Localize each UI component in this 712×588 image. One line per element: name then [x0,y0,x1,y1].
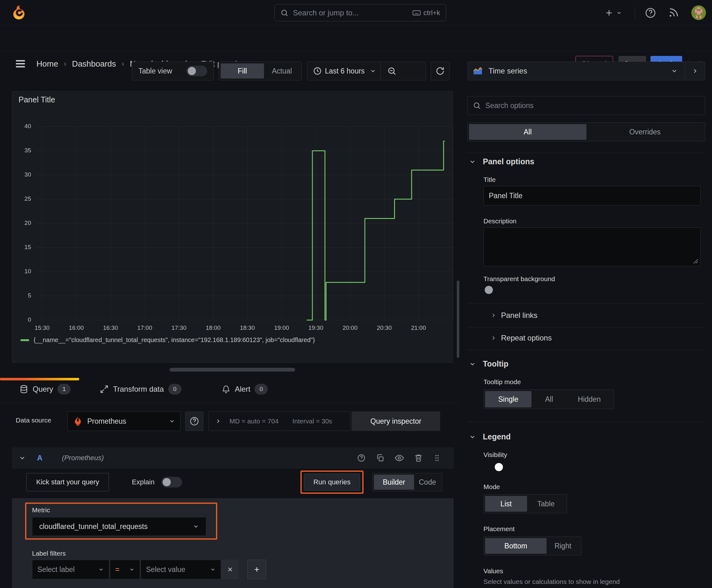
transparent-background-label: Transparent background [483,275,555,283]
top-bar: ctrl+k [0,0,712,25]
legend-values-hint: Select values or calculations to show in… [483,578,620,586]
menu-toggle-button[interactable] [14,58,27,70]
chart-legend: {__name__="cloudflared_tunnel_total_requ… [20,336,315,344]
legend-mode-table[interactable]: Table [527,496,565,512]
news-rss-button[interactable] [668,7,681,19]
new-menu-button[interactable] [604,7,628,19]
datasource-help-button[interactable] [185,412,203,431]
legend-mode-list[interactable]: List [485,496,527,512]
legend-values-label: Values [483,567,503,575]
repeat-options-section[interactable]: Repeat options [490,334,552,342]
help-button[interactable] [645,7,657,19]
divider [468,350,705,350]
transform-icon [100,385,109,394]
builder-option[interactable]: Builder [374,475,414,490]
resize-grip-icon[interactable] [693,258,698,264]
tab-alert-count: 0 [255,384,268,395]
y-tick-label: 10 [13,268,31,275]
plus-icon [604,8,614,18]
y-tick-label: 20 [13,219,31,227]
panel-links-section[interactable]: Panel links [490,311,537,320]
shortcut-label: ctrl+k [424,9,440,17]
title-field-label: Title [483,176,496,184]
legend-series-label[interactable]: {__name__="cloudflared_tunnel_total_requ… [34,336,315,344]
explain-toggle[interactable] [161,477,182,487]
search-input[interactable] [293,8,412,17]
select-label-placeholder: Select label [37,565,75,574]
code-option[interactable]: Code [414,475,441,490]
actual-option[interactable]: Actual [264,63,300,79]
tooltip-section-header[interactable]: Tooltip [469,359,508,369]
panel-description-textarea[interactable] [483,227,701,266]
panel-options-heading: Panel options [483,157,534,166]
zoom-out-button[interactable] [381,62,403,80]
user-avatar[interactable] [691,5,706,20]
panel-resize-handle[interactable] [170,368,295,372]
tooltip-hidden-option[interactable]: Hidden [567,391,612,407]
chevron-down-icon[interactable] [19,455,26,461]
refresh-button[interactable] [431,62,450,80]
eye-icon[interactable] [395,453,404,463]
datasource-select[interactable]: Prometheus [67,412,180,431]
x-tick-label: 17:30 [166,324,192,331]
select-label-dropdown[interactable]: Select label [32,560,109,579]
run-queries-button[interactable]: Run queries [304,474,360,491]
panel-title-input[interactable] [483,186,701,205]
drag-handle-icon[interactable] [433,454,441,462]
grafana-logo-icon[interactable] [11,5,27,20]
global-search-box[interactable]: ctrl+k [274,4,446,21]
query-options-row[interactable]: MD = auto = 704 Interval = 30s [209,412,351,431]
query-inspector-button[interactable]: Query inspector [352,412,440,431]
clock-icon [313,67,322,76]
select-value-dropdown[interactable]: Select value [141,560,221,579]
tooltip-single-option[interactable]: Single [485,391,532,407]
trash-icon[interactable] [414,454,423,462]
tab-all[interactable]: All [469,124,586,140]
toggle-viz-picker-button[interactable] [685,62,705,80]
repeat-options-heading: Repeat options [501,334,552,342]
query-row-header[interactable]: A (Prometheus) [12,447,454,469]
options-search-box[interactable] [468,96,705,115]
breadcrumb-home[interactable]: Home [37,59,58,69]
bell-icon [222,385,231,394]
divider [468,303,705,304]
table-view-toggle[interactable] [187,66,207,76]
kick-start-query-button[interactable]: Kick start your query [26,473,109,491]
options-search-input[interactable] [486,102,700,110]
duplicate-icon[interactable] [376,454,385,462]
legend-section-header[interactable]: Legend [469,432,511,441]
chevron-down-icon [370,68,376,74]
tooltip-all-option[interactable]: All [532,391,567,407]
panel-options-section-header[interactable]: Panel options [469,157,534,166]
scrollbar-thumb[interactable] [457,280,459,358]
query-row-actions [357,453,454,463]
visibility-label: Visibility [483,451,507,459]
chevron-down-icon [616,10,622,16]
divider [635,6,635,19]
metric-value: cloudflared_tunnel_total_requests [39,522,148,531]
time-range-picker[interactable]: Last 6 hours [307,62,426,80]
fill-option[interactable]: Fill [221,63,264,79]
tab-alert[interactable]: Alert 0 [222,378,268,400]
chevron-down-icon [469,434,476,440]
tab-query[interactable]: Query 1 [19,378,71,400]
add-filter-button[interactable] [247,560,266,579]
tab-overrides[interactable]: Overrides [586,124,704,140]
help-icon[interactable] [357,454,366,462]
tooltip-mode-label: Tooltip mode [483,378,521,386]
metric-select[interactable]: cloudflared_tunnel_total_requests [32,517,206,536]
visualization-picker[interactable]: Time series [468,62,705,80]
time-series-chart[interactable] [12,91,453,363]
legend-placement-bottom[interactable]: Bottom [485,538,546,554]
breadcrumb-dashboards[interactable]: Dashboards [72,59,116,69]
legend-placement-label: Placement [483,525,515,533]
x-tick-label: 19:30 [303,324,328,331]
prometheus-icon [73,416,83,426]
tab-transform[interactable]: Transform data 0 [100,378,181,400]
keyboard-icon [412,8,421,17]
legend-series-color[interactable] [20,339,29,341]
operator-dropdown[interactable]: = [110,560,140,579]
legend-placement-right[interactable]: Right [546,538,579,554]
series-line[interactable] [307,141,445,320]
remove-filter-button[interactable] [222,560,239,579]
